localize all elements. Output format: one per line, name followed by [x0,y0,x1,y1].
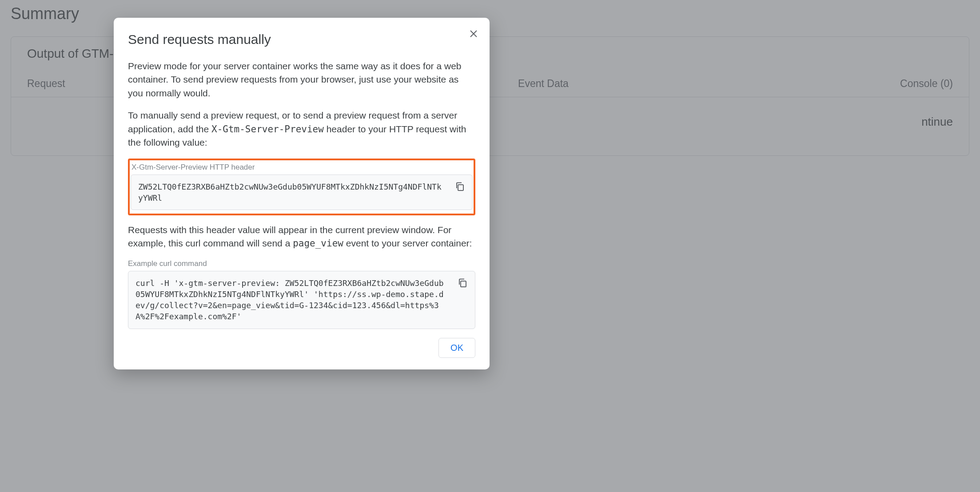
close-icon [469,29,478,39]
para3-code: page_view [293,238,343,249]
dialog-paragraph-1: Preview mode for your server container w… [128,60,475,100]
svg-rect-2 [458,185,463,190]
curl-command-text: curl -H 'x-gtm-server-preview: ZW52LTQ0f… [135,278,444,321]
close-button[interactable] [466,26,482,42]
para3-post: event to your server container: [343,238,472,248]
send-requests-dialog: Send requests manually Preview mode for … [114,18,490,369]
curl-field-label: Example curl command [128,259,475,268]
copy-header-button[interactable] [453,179,467,194]
curl-command-block: curl -H 'x-gtm-server-preview: ZW52LTQ0f… [128,271,475,329]
header-value-block: ZW52LTQ0fEZ3RXB6aHZtb2cwNUw3eGdub05WYUF8… [131,175,473,210]
svg-rect-3 [461,281,466,287]
header-highlight-box: X-Gtm-Server-Preview HTTP header ZW52LTQ… [128,159,475,215]
header-field-label: X-Gtm-Server-Preview HTTP header [131,163,473,172]
copy-icon [457,278,468,288]
dialog-actions: OK [128,338,475,358]
copy-curl-button[interactable] [455,276,470,290]
para2-code: X-Gtm-Server-Preview [211,124,324,135]
copy-icon [454,181,465,192]
ok-button[interactable]: OK [438,338,475,358]
dialog-paragraph-2: To manually send a preview request, or t… [128,109,475,149]
dialog-paragraph-3: Requests with this header value will app… [128,223,475,250]
header-value-text: ZW52LTQ0fEZ3RXB6aHZtb2cwNUw3eGdub05WYUF8… [138,182,442,202]
dialog-title: Send requests manually [128,32,475,47]
